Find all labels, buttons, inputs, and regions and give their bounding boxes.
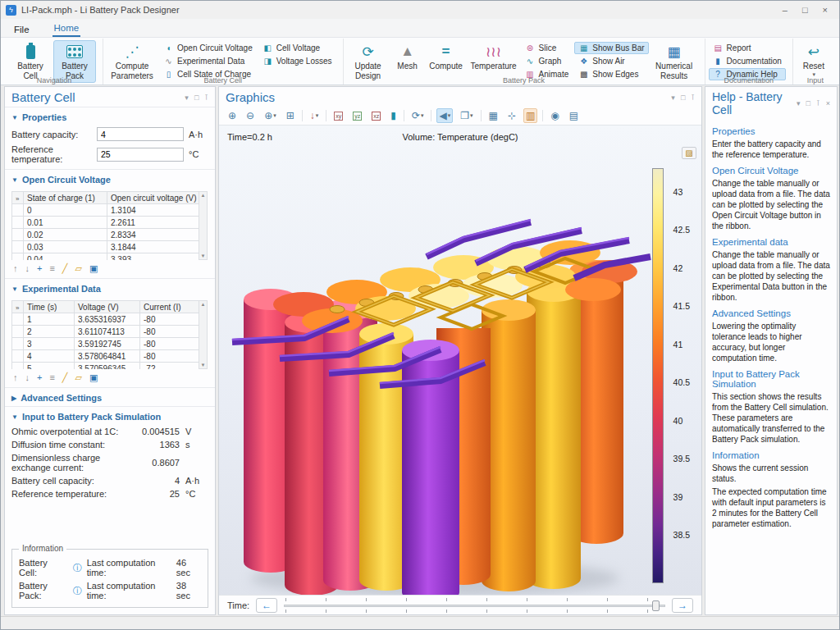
help-heading-advanced-settings[interactable]: Advanced Settings xyxy=(712,308,830,318)
move-down-icon[interactable]: ↓ xyxy=(25,372,30,383)
color-legend-icon[interactable]: ▥ xyxy=(523,108,537,123)
battery-cell-icon xyxy=(26,43,35,61)
compute-icon: = xyxy=(442,43,450,61)
help-heading-information[interactable]: Information xyxy=(712,450,830,460)
move-up-icon[interactable]: ↑ xyxy=(13,372,18,383)
zoom-in-icon[interactable]: ⊕ xyxy=(226,108,239,123)
table-scrollbar[interactable]: ▲▼ xyxy=(199,191,208,260)
temperature-colorbar xyxy=(652,168,664,583)
experimental-table[interactable]: » Time (s) Voltage (V) Current (I) 13.63… xyxy=(11,300,202,369)
help-heading-experimental-data[interactable]: Experimental data xyxy=(712,237,830,247)
close-icon[interactable]: × xyxy=(826,99,830,107)
section-properties[interactable]: ▼ Properties xyxy=(5,107,215,126)
table-row[interactable]: 0.022.8334 xyxy=(12,229,202,241)
compute-button[interactable]: = Compute xyxy=(426,40,467,74)
view-xz-icon[interactable]: xz xyxy=(369,110,383,122)
range-icon[interactable]: ≡ xyxy=(49,372,54,383)
show-axes-icon[interactable]: ⊹ xyxy=(505,108,518,123)
zoom-out-icon[interactable]: ⊖ xyxy=(244,108,257,123)
load-file-icon[interactable]: ▱ xyxy=(75,372,81,383)
panel-pin-icon[interactable]: ⊺ xyxy=(204,94,208,102)
panel-pin-icon[interactable]: ⊺ xyxy=(816,99,820,107)
help-heading-input-to-battery-pack-simulation[interactable]: Input to Battery Pack Simulation xyxy=(712,369,830,389)
load-file-icon[interactable]: ▱ xyxy=(75,263,81,274)
move-up-icon[interactable]: ↑ xyxy=(13,263,18,274)
table-row[interactable]: 13.635316937-80 xyxy=(12,313,202,326)
open-circuit-voltage-button[interactable]: ◖ Open Circuit Voltage xyxy=(159,42,257,54)
show-air-button[interactable]: ❖ Show Air xyxy=(574,55,648,67)
save-icon[interactable]: ▣ xyxy=(89,372,98,383)
panel-float-icon[interactable]: □ xyxy=(806,99,810,107)
mesh-button[interactable]: ▲ Mesh xyxy=(391,40,424,74)
section-input-to-battery-pack-simulation[interactable]: ▼ Input to Battery Pack Simulation xyxy=(5,406,215,425)
move-down-icon[interactable]: ↓ xyxy=(25,263,30,274)
panel-menu-icon[interactable]: ▾ xyxy=(185,94,189,102)
tab-home[interactable]: Home xyxy=(52,21,81,37)
temperature-button[interactable]: ≀≀≀ Temperature xyxy=(468,40,519,74)
reference-temperature-input[interactable] xyxy=(97,148,184,162)
documentation-button[interactable]: ▮ Documentation xyxy=(709,55,786,67)
zoom-extents-icon[interactable]: ⊞ xyxy=(284,108,297,123)
report-button[interactable]: ▤ Report xyxy=(709,42,786,54)
voltage-losses-button[interactable]: ◨ Voltage Losses xyxy=(258,55,336,67)
plot-area[interactable]: Time=0.2 h Volume: Temperature (degC) ▨ xyxy=(219,126,701,595)
maximize-icon[interactable]: □ xyxy=(802,5,808,15)
panel-menu-icon[interactable]: ▾ xyxy=(671,94,675,102)
scene-bookmark-icon[interactable]: ▮ xyxy=(388,108,399,123)
table-row[interactable]: 23.611074113-80 xyxy=(12,326,202,338)
table-corner-icon[interactable]: » xyxy=(16,304,19,312)
close-icon[interactable]: × xyxy=(823,5,828,15)
edit-icon[interactable]: ╱ xyxy=(62,372,68,383)
table-scrollbar[interactable]: ▲▼ xyxy=(199,300,208,369)
scene-light-icon[interactable]: ◀▾ xyxy=(436,108,453,123)
graph-button[interactable]: ∿ Graph xyxy=(521,55,573,67)
numerical-results-icon: ▦ xyxy=(668,43,681,61)
help-heading-properties[interactable]: Properties xyxy=(712,126,830,136)
table-corner-icon[interactable]: » xyxy=(16,195,19,203)
table-row[interactable]: 33.59192745-80 xyxy=(12,338,202,350)
time-step-back-button[interactable]: ← xyxy=(256,598,277,613)
help-heading-open-circuit-voltage[interactable]: Open Circuit Voltage xyxy=(712,166,830,176)
view-yz-icon[interactable]: yz xyxy=(350,110,364,122)
view-xy-icon[interactable]: xy xyxy=(331,110,345,122)
section-open-circuit-voltage[interactable]: ▼ Open Circuit Voltage xyxy=(5,169,215,188)
rotate-view-icon[interactable]: ⟳▾ xyxy=(409,108,427,123)
battery-capacity-input[interactable] xyxy=(97,127,184,141)
panel-float-icon[interactable]: □ xyxy=(681,94,685,102)
table-row[interactable]: 43.578064841-80 xyxy=(12,350,202,363)
time-step-forward-button[interactable]: → xyxy=(672,598,693,613)
slice-button[interactable]: ⊜ Slice xyxy=(521,42,573,54)
snapshot-icon[interactable]: ◉ xyxy=(548,108,561,123)
table-row[interactable]: 0.043.393 xyxy=(12,253,202,261)
graphics-panel: Graphics ▾ □ ⊺ ⊕ ⊖ ⊕▾ ⊞ ↓▾ xy yz xz ▮ ⟳▾… xyxy=(218,86,702,615)
range-icon[interactable]: ≡ xyxy=(49,263,54,274)
zoom-box-icon[interactable]: ⊕▾ xyxy=(262,108,279,123)
time-slider[interactable] xyxy=(284,598,665,613)
add-row-icon[interactable]: + xyxy=(37,263,42,274)
section-advanced-settings[interactable]: ▶ Advanced Settings xyxy=(5,387,215,406)
reset-button[interactable]: ↩ Reset ▾ xyxy=(797,40,831,80)
show-bus-bar-button[interactable]: ▦ Show Bus Bar xyxy=(574,42,648,54)
table-row[interactable]: 0.012.2611 xyxy=(12,217,202,229)
panel-float-icon[interactable]: □ xyxy=(194,94,199,102)
panel-menu-icon[interactable]: ▾ xyxy=(797,99,801,107)
add-row-icon[interactable]: + xyxy=(37,372,42,383)
go-to-view-icon[interactable]: ↓▾ xyxy=(308,108,322,123)
table-row[interactable]: 53.570596345-72 xyxy=(12,363,202,370)
table-row[interactable]: 0.033.1844 xyxy=(12,241,202,253)
plot-export-icon[interactable]: ▨ xyxy=(682,147,696,159)
show-grid-icon[interactable]: ▦ xyxy=(486,108,500,123)
section-experimental-data[interactable]: ▼ Experimental Data xyxy=(5,278,215,297)
tab-file[interactable]: File xyxy=(12,22,31,37)
minimize-icon[interactable]: – xyxy=(783,5,788,15)
experimental-data-button[interactable]: ∿ Experimental Data xyxy=(159,55,257,67)
help-content: Properties Enter the battery capacity an… xyxy=(705,119,837,533)
save-icon[interactable]: ▣ xyxy=(89,263,98,274)
transparency-icon[interactable]: ❐▾ xyxy=(458,108,475,123)
cell-voltage-button[interactable]: ◧ Cell Voltage xyxy=(258,42,336,54)
panel-pin-icon[interactable]: ⊺ xyxy=(691,94,695,102)
ocv-table[interactable]: » State of charge (1) Open circuit volta… xyxy=(11,191,202,260)
print-icon[interactable]: ▤ xyxy=(567,108,581,123)
edit-icon[interactable]: ╱ xyxy=(62,263,68,274)
table-row[interactable]: 01.3104 xyxy=(12,204,202,217)
